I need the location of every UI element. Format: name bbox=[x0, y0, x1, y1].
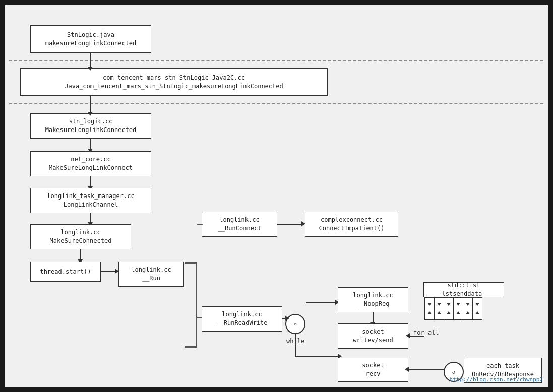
arrowhead-runreadwrite-to-while bbox=[285, 316, 289, 321]
box-stnlogic-line2: makesureLongLinkConnected bbox=[45, 39, 137, 48]
box-longlink-run: longlink.cc __Run bbox=[118, 262, 184, 287]
arrow-h-to-socket-recv bbox=[296, 356, 339, 357]
arrow-stnlogic-to-java2c bbox=[90, 53, 91, 68]
diagram-area: StnLogic.java makesureLongLinkConnected … bbox=[5, 5, 548, 387]
box-stn-logic: stn_logic.cc MakesureLonglinkConnected bbox=[30, 113, 151, 139]
box-net-core-line1: net_core.cc bbox=[49, 155, 133, 164]
arrow-while-to-socket-recv bbox=[295, 334, 296, 357]
box-longlink-task-manager-line1: longlink_task_manager.cc bbox=[47, 192, 134, 201]
box-longlink-runreadwrite-line1: longlink.cc bbox=[216, 310, 267, 319]
box-socket-writevend-line2: writev/send bbox=[353, 336, 393, 345]
box-java2c: com_tencent_mars_stn_StnLogic_Java2C.cc … bbox=[20, 68, 328, 96]
box-stn-logic-line1: stn_logic.cc bbox=[45, 117, 137, 126]
box-longlink-makeconnected: longlink.cc MakeSureConnected bbox=[30, 224, 131, 249]
box-longlink-noopreq-line2: __NoopReq bbox=[353, 300, 393, 308]
box-socket-recv-line1: socket bbox=[362, 361, 384, 370]
arrow-netcore-to-longlinkmanager bbox=[90, 176, 91, 187]
box-stnlogic-line1: StnLogic.java bbox=[45, 31, 137, 39]
arrow-java2c-to-stnlogic bbox=[90, 96, 91, 113]
box-thread-start: thread.start() bbox=[30, 262, 101, 282]
box-thread-start-line1: thread.start() bbox=[40, 268, 91, 276]
stacked-list-visual bbox=[424, 297, 482, 320]
url-label: http://blog.csdn.net/chwnpp2 bbox=[450, 376, 543, 383]
arrowhead-java2c-to-stnlogic bbox=[88, 112, 93, 116]
arrow-socketrecv-to-eachtask bbox=[408, 369, 445, 370]
arrow-makeconnected-to-thread bbox=[80, 249, 81, 260]
arrow-noopreq-to-socket bbox=[373, 312, 374, 323]
diagram-container: StnLogic.java makesureLongLinkConnected … bbox=[0, 0, 553, 392]
dashed-line-2 bbox=[9, 103, 543, 104]
box-longlink-run-line2: __Run bbox=[131, 274, 171, 283]
for-all-label: for all bbox=[413, 329, 439, 336]
box-longlink-makeconnected-line2: MakeSureConnected bbox=[50, 237, 112, 245]
box-socket-recv-line2: recv bbox=[362, 370, 384, 378]
box-std-list: std::list lstsenddata_ bbox=[423, 282, 504, 297]
box-each-task-line1: each task bbox=[472, 362, 534, 370]
dotted-line-run-to-runconnect bbox=[197, 224, 203, 225]
box-java2c-line1: com_tencent_mars_stn_StnLogic_Java2C.cc bbox=[65, 74, 283, 82]
box-longlink-noopreq: longlink.cc __NoopReq bbox=[338, 287, 408, 312]
box-java2c-line2: Java_com_tencent_mars_stn_StnLogic_makes… bbox=[65, 82, 283, 91]
box-socket-writevend: socket writev/send bbox=[338, 323, 408, 349]
bracket-run bbox=[185, 262, 197, 348]
box-longlink-task-manager: longlink_task_manager.cc LongLinkChannel bbox=[30, 188, 151, 213]
arrow-manager-to-makeconnected bbox=[90, 213, 91, 223]
box-longlink-runconnect: longlink.cc __RunConnect bbox=[202, 212, 277, 237]
arrowhead-stdlist-to-socket bbox=[406, 333, 410, 338]
box-std-list-line1: std::list lstsenddata_ bbox=[427, 281, 501, 298]
box-longlink-runconnect-line1: longlink.cc bbox=[218, 216, 262, 224]
box-complexconnect-line1: complexconnect.cc bbox=[319, 216, 384, 224]
box-longlink-makeconnected-line1: longlink.cc bbox=[50, 228, 112, 237]
box-longlink-runreadwrite-line2: __RunReadWrite bbox=[216, 319, 267, 328]
box-complexconnect: complexconnect.cc ConnectImpatient() bbox=[305, 212, 398, 237]
arrow-stnlogic-to-netcore bbox=[90, 139, 91, 150]
arrowhead-stnlogic-to-java2c bbox=[88, 67, 93, 71]
box-net-core-line2: MakeSureLongLinkConnect bbox=[49, 164, 133, 172]
box-stn-logic-line2: MakesureLonglinkConnected bbox=[45, 126, 137, 135]
box-longlink-runconnect-line2: __RunConnect bbox=[218, 224, 262, 233]
dashed-line-1 bbox=[9, 60, 543, 61]
box-longlink-run-line1: longlink.cc bbox=[131, 266, 171, 274]
arrow-runconnect-to-complexconnect bbox=[277, 224, 302, 225]
box-longlink-task-manager-line2: LongLinkChannel bbox=[47, 201, 134, 209]
arrow-thread-to-run bbox=[101, 271, 116, 272]
box-complexconnect-line2: ConnectImpatient() bbox=[319, 224, 384, 233]
box-socket-writevend-line1: socket bbox=[353, 328, 393, 336]
arrowhead-socketrecv-to-eachtask bbox=[405, 367, 409, 372]
box-longlink-runreadwrite: longlink.cc __RunReadWrite bbox=[202, 306, 282, 332]
arrow-while-to-noopreq bbox=[306, 302, 336, 303]
box-net-core: net_core.cc MakeSureLongLinkConnect bbox=[30, 151, 151, 176]
box-socket-recv: socket recv bbox=[338, 358, 408, 382]
box-stnlogic: StnLogic.java makesureLongLinkConnected bbox=[30, 25, 151, 53]
box-longlink-noopreq-line1: longlink.cc bbox=[353, 291, 393, 300]
